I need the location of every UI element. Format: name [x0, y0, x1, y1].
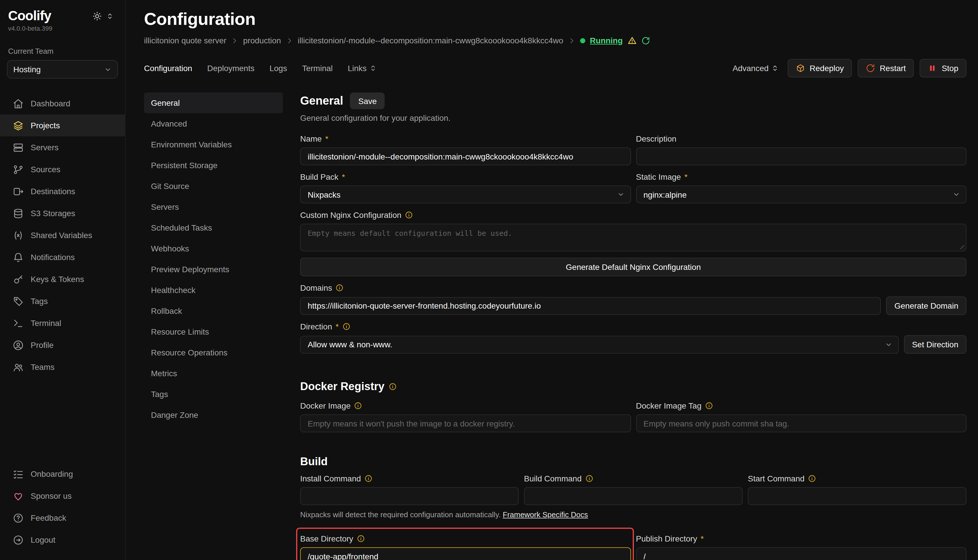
tab-logs[interactable]: Logs [269, 63, 287, 73]
settings-nav-scheduled-tasks[interactable]: Scheduled Tasks [144, 217, 283, 238]
sidebar-item-sponsor[interactable]: Sponsor us [0, 485, 125, 507]
set-direction-button[interactable]: Set Direction [904, 335, 966, 354]
description-input[interactable] [636, 147, 966, 165]
sidebar-item-s3-storages[interactable]: S3 Storages [0, 202, 125, 224]
docker-image-tag-input[interactable] [636, 414, 966, 432]
restart-icon [866, 63, 875, 73]
status-running-link[interactable]: Running [590, 36, 623, 45]
redeploy-button[interactable]: Redeploy [788, 59, 852, 77]
team-select[interactable]: Hosting [7, 60, 118, 78]
sidebar-item-projects[interactable]: Projects [0, 115, 125, 137]
sidebar-item-shared-variables[interactable]: Shared Variables [0, 224, 125, 246]
static-image-select[interactable]: nginx:alpine [636, 185, 966, 203]
sidebar-item-terminal[interactable]: Terminal [0, 312, 125, 334]
tab-bar: Configuration Deployments Logs Terminal … [125, 59, 978, 77]
breadcrumb-environment[interactable]: production [243, 36, 281, 45]
docker-image-tag-label: Docker Image Tag [636, 401, 702, 410]
chevrons-up-down-icon [772, 65, 779, 72]
publish-directory-input[interactable] [636, 547, 966, 560]
advanced-dropdown[interactable]: Advanced [732, 63, 779, 73]
sidebar-item-logout[interactable]: Logout [0, 529, 125, 551]
description-field-group: Description [636, 134, 966, 165]
layers-icon [13, 120, 24, 131]
sidebar-item-keys-tokens[interactable]: Keys & Tokens [0, 268, 125, 290]
bell-icon [13, 252, 24, 263]
save-button[interactable]: Save [350, 92, 385, 109]
publish-directory-field-group: Publish Directory * [636, 534, 966, 560]
direction-select[interactable]: Allow www & non-www. [300, 335, 899, 353]
direction-label: Direction [300, 322, 332, 331]
settings-nav-danger-zone[interactable]: Danger Zone [144, 405, 283, 425]
tab-actions: Advanced Redeploy Restart Stop [732, 59, 966, 77]
settings-nav-tags[interactable]: Tags [144, 384, 283, 405]
settings-nav-persistent-storage[interactable]: Persistent Storage [144, 155, 283, 176]
page-title: Configuration [144, 9, 966, 29]
base-directory-field-group: Base Directory [300, 534, 631, 560]
tab-configuration[interactable]: Configuration [144, 63, 192, 73]
sidebar-item-sources[interactable]: Sources [0, 158, 125, 180]
sidebar-item-profile[interactable]: Profile [0, 334, 125, 356]
settings-nav-advanced[interactable]: Advanced [144, 113, 283, 134]
required-marker: * [325, 134, 329, 143]
logo-row: Coolify [7, 8, 118, 24]
sidebar-item-onboarding[interactable]: Onboarding [0, 463, 125, 485]
info-icon [336, 284, 344, 292]
restart-button[interactable]: Restart [858, 59, 914, 77]
settings-nav-general[interactable]: General [144, 92, 283, 113]
stop-button[interactable]: Stop [919, 59, 966, 77]
settings-nav-environment-variables[interactable]: Environment Variables [144, 134, 283, 155]
tab-deployments[interactable]: Deployments [207, 63, 254, 73]
nginx-config-textarea[interactable] [300, 223, 966, 252]
docker-image-field-group: Docker Image [300, 401, 631, 432]
settings-nav-git-source[interactable]: Git Source [144, 176, 283, 197]
sidebar-footer: Onboarding Sponsor us Feedback Logout [7, 463, 118, 551]
generate-domain-button[interactable]: Generate Domain [886, 297, 966, 315]
sidebar-item-dashboard[interactable]: Dashboard [0, 92, 125, 115]
app-version: v4.0.0-beta.399 [7, 25, 118, 32]
breadcrumb-project[interactable]: illicitonion quote server [144, 36, 226, 45]
chevrons-up-down-icon[interactable] [106, 12, 114, 19]
sidebar: Coolify v4.0.0-beta.399 Current Team Hos… [0, 0, 125, 560]
settings-nav-healthcheck[interactable]: Healthcheck [144, 280, 283, 300]
tab-links[interactable]: Links [348, 63, 376, 73]
domains-input[interactable] [300, 297, 881, 315]
settings-nav-resource-operations[interactable]: Resource Operations [144, 342, 283, 363]
info-icon [354, 402, 362, 410]
sidebar-item-notifications[interactable]: Notifications [0, 246, 125, 268]
install-command-input[interactable] [300, 487, 519, 505]
sidebar-item-servers[interactable]: Servers [0, 137, 125, 158]
build-command-input[interactable] [524, 487, 742, 505]
base-directory-input[interactable] [300, 547, 631, 560]
start-command-input[interactable] [748, 487, 966, 505]
chevron-down-icon [885, 341, 893, 348]
settings-nav-resource-limits[interactable]: Resource Limits [144, 321, 283, 342]
settings-nav: General Advanced Environment Variables P… [144, 92, 283, 560]
generate-nginx-button[interactable]: Generate Default Nginx Configuration [300, 258, 966, 276]
sun-theme-icon[interactable] [92, 11, 102, 20]
tab-terminal[interactable]: Terminal [302, 63, 333, 73]
sidebar-item-teams[interactable]: Teams [0, 356, 125, 378]
sidebar-item-tags[interactable]: Tags [0, 290, 125, 312]
settings-nav-webhooks[interactable]: Webhooks [144, 238, 283, 259]
info-icon [364, 475, 373, 483]
build-pack-select[interactable]: Nixpacks [300, 185, 631, 203]
general-heading: General [300, 94, 343, 107]
sidebar-item-feedback[interactable]: Feedback [0, 507, 125, 529]
chevrons-up-down-icon [369, 65, 376, 72]
direction-field-group: Direction * Allow www & non-www. Set Dir… [300, 322, 966, 354]
heart-icon [13, 490, 24, 501]
name-input[interactable] [300, 147, 631, 165]
framework-docs-link[interactable]: Framework Specific Docs [503, 510, 588, 519]
settings-nav-servers[interactable]: Servers [144, 197, 283, 217]
docker-image-label: Docker Image [300, 401, 351, 410]
settings-nav-preview-deployments[interactable]: Preview Deployments [144, 259, 283, 280]
build-pack-field-group: Build Pack * Nixpacks [300, 172, 631, 203]
settings-nav-rollback[interactable]: Rollback [144, 300, 283, 321]
static-image-field-group: Static Image * nginx:alpine [636, 172, 966, 203]
docker-image-input[interactable] [300, 414, 631, 432]
users-icon [13, 362, 24, 372]
start-command-field-group: Start Command [748, 474, 966, 505]
settings-nav-metrics[interactable]: Metrics [144, 363, 283, 384]
build-command-label: Build Command [524, 474, 582, 483]
sidebar-item-destinations[interactable]: Destinations [0, 180, 125, 202]
